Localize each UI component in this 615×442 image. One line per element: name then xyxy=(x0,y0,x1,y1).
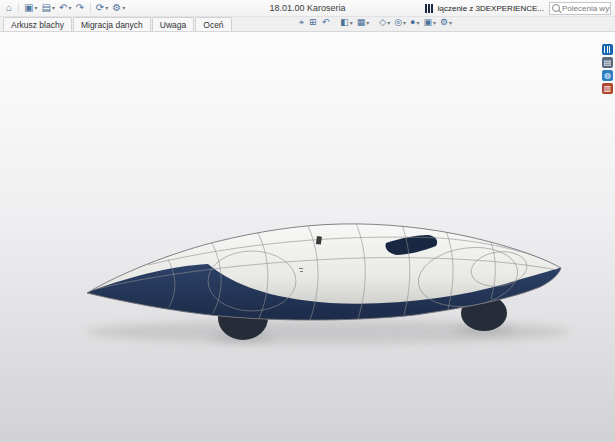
redo-icon: ↷ xyxy=(75,3,83,13)
tab-uwaga[interactable]: Uwaga xyxy=(152,17,194,31)
caret-down-icon: ▾ xyxy=(403,20,406,26)
edit-appearance-button[interactable]: ● ▾ xyxy=(408,16,421,29)
apply-scene-button[interactable]: ▣ ▾ xyxy=(422,16,439,29)
titlebar-right-cluster: łączenie z 3DEXPERIENCE... Polecenia wys… xyxy=(425,2,615,15)
command-search-input[interactable]: Polecenia wyszuka... xyxy=(549,2,611,15)
search-placeholder-text: Polecenia wyszuka... xyxy=(562,4,611,13)
appearances-button[interactable]: ◍ xyxy=(602,70,613,81)
caret-down-icon: ▾ xyxy=(68,5,71,11)
toolbar-separator xyxy=(18,3,19,13)
rebuild-button[interactable]: ⟳ ▾ xyxy=(94,2,110,15)
print-button[interactable]: ▤ ▾ xyxy=(40,2,57,15)
display-style-button[interactable]: ◇ ▾ xyxy=(377,16,392,29)
file-explorer-button[interactable]: ▥ xyxy=(602,83,613,94)
previous-view-button[interactable]: ↶ xyxy=(320,16,333,29)
document-title: 18.01.00 Karoseria xyxy=(269,3,345,13)
task-pane-tabs: ▤ ◍ ▥ xyxy=(602,44,613,94)
options-gear-icon: ⚙ xyxy=(112,3,121,13)
caret-down-icon: ▾ xyxy=(449,20,452,26)
hide-show-items-icon: ◎ xyxy=(394,18,402,27)
display-style-icon: ◇ xyxy=(379,18,386,27)
print-icon: ▤ xyxy=(42,3,51,13)
zoom-area-button[interactable]: ⊞ xyxy=(307,16,320,29)
apply-scene-icon: ▣ xyxy=(424,18,433,27)
caret-down-icon: ▾ xyxy=(416,20,419,26)
caret-down-icon: ▾ xyxy=(122,5,125,11)
section-view-icon: ◧ xyxy=(340,18,349,27)
home-button[interactable]: ⌂ xyxy=(4,2,15,15)
title-bar: ⌂ ▣ ▾ ▤ ▾ ↶ ▾ ↷ ⟳ ▾ ⚙ ▾ 18.01.00 Karose xyxy=(0,0,615,17)
file-explorer-icon: ▥ xyxy=(604,85,612,93)
view-orientation-cube-icon: ▦ xyxy=(357,18,366,27)
home-icon: ⌂ xyxy=(6,3,12,13)
tab-arkusz-blachy[interactable]: Arkusz blachy xyxy=(3,17,72,31)
caret-down-icon: ▾ xyxy=(35,5,38,11)
view-settings-button[interactable]: ⚙ ▾ xyxy=(438,16,454,29)
section-view-button[interactable]: ◧ ▾ xyxy=(338,16,355,29)
caret-down-icon: ▾ xyxy=(366,20,369,26)
toolbar-separator xyxy=(90,3,91,13)
previous-view-icon: ↶ xyxy=(322,18,330,27)
3dexperience-connect-button[interactable]: łączenie z 3DEXPERIENCE... xyxy=(425,4,544,13)
caret-down-icon: ▾ xyxy=(350,20,353,26)
undo-icon: ↶ xyxy=(59,3,67,13)
heads-up-view-toolbar: ⌖ ⊞ ↶ ◧ ▾ ▦ ▾ ◇ ▾ ◎ ▾ ● ▾ ▣ ▾ ⚙ ▾ xyxy=(297,16,454,29)
quick-access-toolbar: ⌂ ▣ ▾ ▤ ▾ ↶ ▾ ↷ ⟳ ▾ ⚙ ▾ xyxy=(0,2,127,15)
appearances-globe-icon: ◍ xyxy=(604,72,611,80)
edit-appearance-icon: ● xyxy=(410,18,415,27)
undo-button[interactable]: ↶ ▾ xyxy=(57,2,73,15)
design-library-button[interactable]: ▤ xyxy=(602,57,613,68)
caret-down-icon: ▾ xyxy=(52,5,55,11)
search-icon xyxy=(552,4,560,12)
tab-migracja-danych[interactable]: Migracja danych xyxy=(73,17,151,31)
redo-button[interactable]: ↷ xyxy=(73,2,86,15)
save-button[interactable]: ▣ ▾ xyxy=(22,2,39,15)
3dexperience-connect-label: łączenie z 3DEXPERIENCE... xyxy=(438,4,544,13)
hide-show-items-button[interactable]: ◎ ▾ xyxy=(392,16,408,29)
design-library-icon: ▤ xyxy=(604,59,612,67)
zoom-area-icon: ⊞ xyxy=(309,18,317,27)
view-settings-icon: ⚙ xyxy=(440,18,448,27)
caret-down-icon: ▾ xyxy=(387,20,390,26)
caret-down-icon: ▾ xyxy=(433,20,436,26)
graphics-area[interactable] xyxy=(0,31,615,442)
caret-down-icon: ▾ xyxy=(105,5,108,11)
tab-ocen[interactable]: Oceń xyxy=(195,17,231,31)
3dexperience-icon xyxy=(604,46,611,53)
model-view-karoseria xyxy=(0,31,615,442)
zoom-fit-button[interactable]: ⌖ xyxy=(297,16,307,29)
3dexperience-taskpane-button[interactable] xyxy=(602,44,613,55)
options-button[interactable]: ⚙ ▾ xyxy=(110,2,127,15)
zoom-fit-icon: ⌖ xyxy=(299,18,304,27)
rebuild-icon: ⟳ xyxy=(96,3,104,13)
save-icon: ▣ xyxy=(24,3,33,13)
view-orientation-button[interactable]: ▦ ▾ xyxy=(355,16,372,29)
3dexperience-bars-icon xyxy=(425,4,435,13)
